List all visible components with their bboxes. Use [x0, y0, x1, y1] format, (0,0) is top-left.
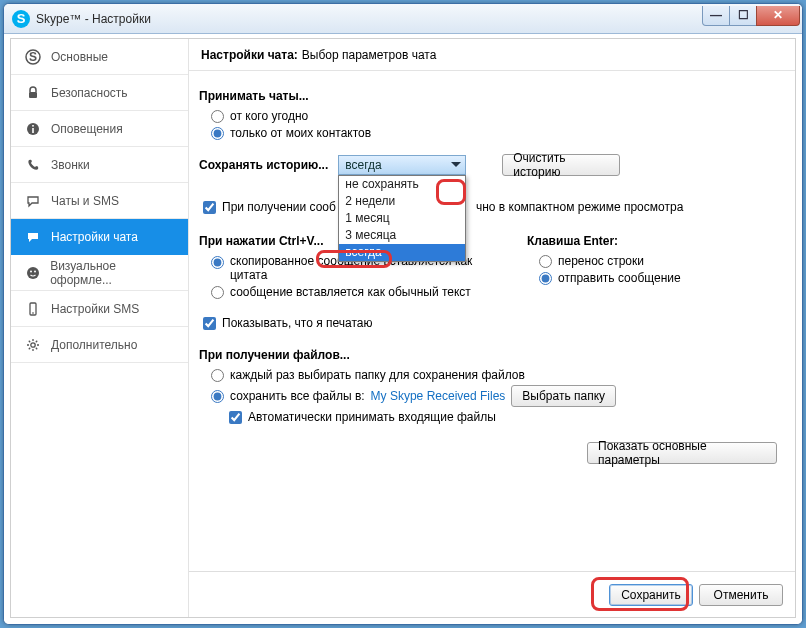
- sidebar-item-chats-sms[interactable]: Чаты и SMS: [11, 183, 188, 219]
- accept-anyone-radio[interactable]: [211, 110, 224, 123]
- files-saveto-radio[interactable]: [211, 390, 224, 403]
- skype-icon: S: [25, 49, 41, 65]
- ctrlv-plain-label: сообщение вставляется как обычный текст: [230, 285, 471, 299]
- svg-point-11: [31, 342, 35, 346]
- svg-rect-10: [32, 312, 34, 313]
- sidebar-item-label: Настройки SMS: [51, 302, 139, 316]
- window-controls: — ☐ ✕: [703, 6, 800, 26]
- chevron-down-icon: [451, 162, 461, 172]
- window-title: Skype™ - Настройки: [36, 12, 151, 26]
- sidebar: S Основные Безопасность Оповещения: [11, 39, 189, 617]
- sidebar-item-chat-settings[interactable]: Настройки чата: [11, 219, 188, 255]
- svg-point-7: [30, 270, 32, 272]
- compact-view-checkbox[interactable]: [203, 201, 216, 214]
- history-label: Сохранять историю...: [199, 158, 328, 172]
- show-basic-params-button[interactable]: Показать основные параметры: [587, 442, 777, 464]
- files-ask-radio[interactable]: [211, 369, 224, 382]
- sidebar-item-label: Визуальное оформле...: [50, 259, 174, 287]
- browse-folder-button[interactable]: Выбрать папку: [511, 385, 616, 407]
- svg-line-18: [36, 340, 37, 341]
- svg-line-16: [29, 340, 30, 341]
- history-option-selected[interactable]: всегда: [339, 244, 465, 261]
- auto-accept-files-checkbox[interactable]: [229, 411, 242, 424]
- svg-line-17: [36, 347, 37, 348]
- accept-chats-title: Принимать чаты...: [199, 89, 785, 103]
- enter-newline-label: перенос строки: [558, 254, 644, 268]
- sidebar-item-calls[interactable]: Звонки: [11, 147, 188, 183]
- sidebar-item-notifications[interactable]: Оповещения: [11, 111, 188, 147]
- clear-history-button[interactable]: Очистить историю: [502, 154, 620, 176]
- skype-logo-icon: S: [12, 10, 30, 28]
- sidebar-item-sms-settings[interactable]: Настройки SMS: [11, 291, 188, 327]
- files-folder-link[interactable]: My Skype Received Files: [371, 389, 506, 403]
- sidebar-item-visual[interactable]: Визуальное оформле...: [11, 255, 188, 291]
- sidebar-item-label: Звонки: [51, 158, 90, 172]
- gear-icon: [25, 337, 41, 353]
- smiley-icon: [25, 265, 40, 281]
- sidebar-item-general[interactable]: S Основные: [11, 39, 188, 75]
- chat-filled-icon: [25, 229, 41, 245]
- history-option[interactable]: 2 недели: [339, 193, 465, 210]
- sidebar-item-label: Дополнительно: [51, 338, 137, 352]
- enter-send-label: отправить сообщение: [558, 271, 681, 285]
- cancel-button[interactable]: Отменить: [699, 584, 783, 606]
- page-header-bold: Настройки чата:: [201, 48, 298, 62]
- lock-icon: [25, 85, 41, 101]
- titlebar[interactable]: S Skype™ - Настройки — ☐ ✕: [4, 4, 802, 34]
- page-header-rest: Выбор параметров чата: [302, 48, 436, 62]
- auto-accept-files-label: Автоматически принимать входящие файлы: [248, 410, 496, 424]
- enter-newline-radio[interactable]: [539, 255, 552, 268]
- accept-anyone-label: от кого угодно: [230, 109, 308, 123]
- save-button[interactable]: Сохранить: [609, 584, 693, 606]
- compact-suffix: чно в компактном режиме просмотра: [476, 200, 683, 214]
- minimize-button[interactable]: —: [702, 6, 730, 26]
- history-option[interactable]: 3 месяца: [339, 227, 465, 244]
- enter-title: Клавиша Enter:: [527, 234, 785, 248]
- settings-window: S Skype™ - Настройки — ☐ ✕ S Основные: [3, 3, 803, 625]
- compact-prefix: При получении сооб: [222, 200, 336, 214]
- sidebar-item-security[interactable]: Безопасность: [11, 75, 188, 111]
- files-ask-label: каждый раз выбирать папку для сохранения…: [230, 368, 525, 382]
- sidebar-item-label: Основные: [51, 50, 108, 64]
- page-header: Настройки чата: Выбор параметров чата: [189, 39, 795, 71]
- chat-icon: [25, 193, 41, 209]
- svg-point-6: [27, 267, 39, 279]
- maximize-button[interactable]: ☐: [729, 6, 757, 26]
- show-typing-checkbox[interactable]: [203, 317, 216, 330]
- mobile-icon: [25, 301, 41, 317]
- history-dropdown: не сохранять 2 недели 1 месяц 3 месяца в…: [338, 175, 466, 262]
- main-panel: Настройки чата: Выбор параметров чата Пр…: [189, 39, 795, 617]
- history-selected: всегда: [345, 158, 381, 172]
- enter-send-radio[interactable]: [539, 272, 552, 285]
- ctrlv-quote-radio[interactable]: [211, 256, 224, 269]
- files-saveto-label: сохранить все файлы в:: [230, 389, 365, 403]
- history-select[interactable]: всегда: [338, 155, 466, 175]
- files-title: При получении файлов...: [199, 348, 785, 362]
- history-option[interactable]: 1 месяц: [339, 210, 465, 227]
- svg-rect-4: [32, 128, 34, 133]
- svg-rect-5: [32, 125, 34, 127]
- accept-contacts-label: только от моих контактов: [230, 126, 371, 140]
- show-typing-label: Показывать, что я печатаю: [222, 316, 372, 330]
- svg-rect-2: [29, 92, 37, 98]
- phone-icon: [25, 157, 41, 173]
- sidebar-item-label: Безопасность: [51, 86, 128, 100]
- sidebar-item-advanced[interactable]: Дополнительно: [11, 327, 188, 363]
- svg-text:S: S: [29, 50, 37, 64]
- dialog-footer: Сохранить Отменить: [189, 571, 795, 617]
- sidebar-item-label: Чаты и SMS: [51, 194, 119, 208]
- svg-line-19: [29, 347, 30, 348]
- svg-point-8: [34, 270, 36, 272]
- accept-contacts-radio[interactable]: [211, 127, 224, 140]
- close-button[interactable]: ✕: [756, 6, 800, 26]
- sidebar-item-label: Настройки чата: [51, 230, 138, 244]
- ctrlv-plain-radio[interactable]: [211, 286, 224, 299]
- history-option[interactable]: не сохранять: [339, 176, 465, 193]
- info-icon: [25, 121, 41, 137]
- sidebar-item-label: Оповещения: [51, 122, 123, 136]
